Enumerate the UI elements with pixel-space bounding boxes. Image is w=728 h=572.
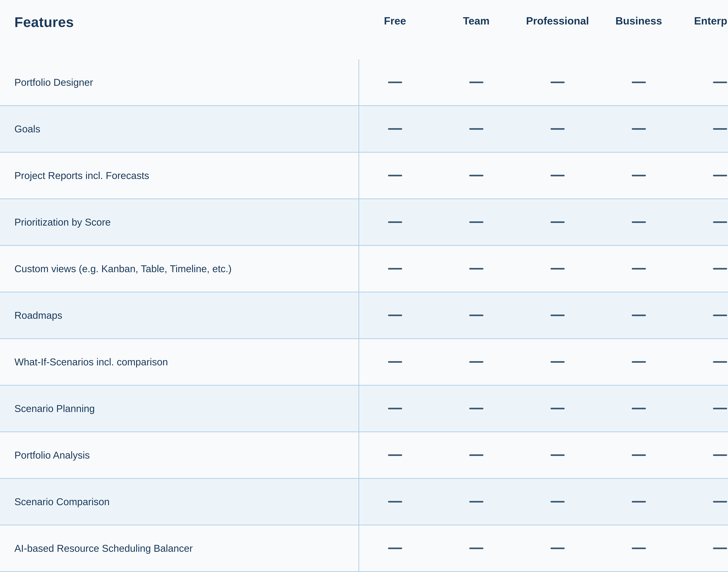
table-row: Custom views (e.g. Kanban, Table, Timeli… <box>0 246 728 292</box>
feature-label: Goals <box>0 123 354 135</box>
dash-icon <box>713 454 727 456</box>
dash-icon <box>551 221 565 223</box>
feature-label: Prioritization by Score <box>0 216 354 228</box>
dash-icon <box>388 361 402 363</box>
plan-value-cell <box>354 548 436 549</box>
table-row: Prioritization by Score <box>0 199 728 246</box>
feature-label: Project Reports incl. Forecasts <box>0 170 354 182</box>
dash-icon <box>632 82 646 83</box>
dash-icon <box>469 314 484 316</box>
dash-icon <box>469 221 484 223</box>
dash-icon <box>632 408 646 409</box>
plan-value-cell <box>436 221 517 223</box>
dash-icon <box>469 361 484 363</box>
plan-value-cell <box>598 361 679 363</box>
plan-value-cell <box>436 268 517 270</box>
dash-icon <box>551 175 565 176</box>
table-row: Scenario Comparison <box>0 479 728 525</box>
table-row: Roadmaps <box>0 292 728 339</box>
table-row: AI-based Resource Scheduling Balancer <box>0 525 728 572</box>
dash-icon <box>551 314 565 316</box>
plan-value-cell <box>679 361 728 363</box>
feature-label: Scenario Comparison <box>0 496 354 508</box>
dash-icon <box>713 314 727 316</box>
table-body: Portfolio DesignerGoalsProject Reports i… <box>0 59 728 572</box>
dash-icon <box>632 128 646 130</box>
plan-value-cell <box>679 501 728 503</box>
plan-header-professional: Professional <box>517 0 598 26</box>
features-title-cell: Features <box>0 0 354 29</box>
dash-icon <box>551 128 565 130</box>
plan-value-cell <box>679 454 728 456</box>
dash-icon <box>551 268 565 270</box>
plan-value-cell <box>517 82 598 83</box>
dash-icon <box>713 408 727 409</box>
plan-value-cell <box>679 128 728 130</box>
dash-icon <box>469 268 484 270</box>
dash-icon <box>632 454 646 456</box>
plan-value-cell <box>436 175 517 176</box>
table-row: What-If-Scenarios incl. comparison <box>0 339 728 385</box>
dash-icon <box>551 454 565 456</box>
plan-value-cell <box>598 501 679 503</box>
dash-icon <box>388 128 402 130</box>
dash-icon <box>632 175 646 176</box>
dash-icon <box>469 454 484 456</box>
table-row: Portfolio Designer <box>0 59 728 106</box>
dash-icon <box>388 82 402 83</box>
plan-value-cell <box>598 82 679 83</box>
plan-value-cell <box>679 221 728 223</box>
plan-value-cell <box>598 268 679 270</box>
plan-value-cell <box>517 175 598 176</box>
plan-value-cell <box>679 175 728 176</box>
dash-icon <box>713 221 727 223</box>
plan-header-team: Team <box>436 0 517 26</box>
dash-icon <box>713 548 727 549</box>
plan-value-cell <box>679 548 728 549</box>
plan-value-cell <box>436 82 517 83</box>
table-row: Project Reports incl. Forecasts <box>0 153 728 199</box>
plan-header-business: Business <box>598 0 679 26</box>
plan-value-cell <box>517 314 598 316</box>
plan-value-cell <box>354 314 436 316</box>
feature-label: Custom views (e.g. Kanban, Table, Timeli… <box>0 263 354 275</box>
plan-value-cell <box>598 454 679 456</box>
plan-value-cell <box>354 82 436 83</box>
plan-value-cell <box>598 128 679 130</box>
dash-icon <box>632 548 646 549</box>
dash-icon <box>388 268 402 270</box>
feature-label: Roadmaps <box>0 309 354 321</box>
plan-value-cell <box>436 128 517 130</box>
plan-value-cell <box>517 408 598 409</box>
plan-value-cell <box>517 268 598 270</box>
dash-icon <box>388 501 402 503</box>
plan-value-cell <box>517 454 598 456</box>
plan-value-cell <box>436 408 517 409</box>
plan-value-cell <box>598 221 679 223</box>
plan-value-cell <box>436 314 517 316</box>
dash-icon <box>713 128 727 130</box>
table-row: Goals <box>0 106 728 153</box>
plan-value-cell <box>517 361 598 363</box>
plan-value-cell <box>517 221 598 223</box>
dash-icon <box>388 175 402 176</box>
dash-icon <box>469 128 484 130</box>
table-row: Scenario Planning <box>0 385 728 432</box>
dash-icon <box>388 454 402 456</box>
feature-label: What-If-Scenarios incl. comparison <box>0 356 354 368</box>
dash-icon <box>713 268 727 270</box>
plan-value-cell <box>517 501 598 503</box>
column-divider <box>358 59 359 572</box>
dash-icon <box>713 82 727 83</box>
dash-icon <box>632 501 646 503</box>
dash-icon <box>469 408 484 409</box>
dash-icon <box>469 548 484 549</box>
plan-value-cell <box>354 408 436 409</box>
dash-icon <box>551 361 565 363</box>
dash-icon <box>388 221 402 223</box>
table-header-row: Features Free Team Professional Business… <box>0 0 728 59</box>
dash-icon <box>469 82 484 83</box>
dash-icon <box>632 268 646 270</box>
plan-header-free: Free <box>354 0 436 26</box>
plan-value-cell <box>679 82 728 83</box>
